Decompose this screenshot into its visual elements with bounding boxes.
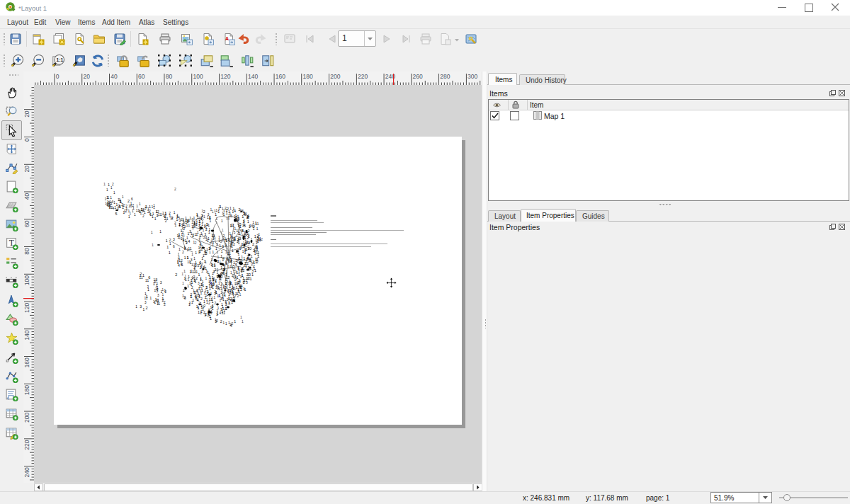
svg-text:1: 1 [219,260,221,264]
svg-text:1: 1 [218,239,220,243]
svg-text:1: 1 [225,243,227,247]
svg-text:1: 1 [234,319,236,323]
svg-text:1: 1 [256,227,259,231]
svg-text:3: 3 [205,251,208,256]
svg-text:2: 2 [200,297,203,301]
svg-text:1: 1 [113,191,115,195]
svg-text:1: 1 [198,306,200,310]
svg-text:1: 1 [234,236,236,241]
svg-text:2: 2 [192,233,194,237]
svg-text:1: 1 [176,217,178,222]
svg-text:1: 1 [187,220,189,224]
svg-text:1: 1 [149,205,151,209]
svg-text:1: 1 [190,246,192,251]
svg-text:1: 1 [242,319,244,323]
svg-text:1: 1 [153,204,155,207]
svg-text:4: 4 [221,288,223,292]
svg-text:4: 4 [220,273,222,277]
svg-text:2: 2 [125,209,128,213]
svg-text:1: 1 [218,294,220,298]
svg-text:5: 5 [244,224,246,228]
svg-text:1: 1 [122,205,124,210]
svg-text:1: 1 [187,284,189,288]
svg-text:1: 1 [222,258,224,262]
svg-text:1: 1 [209,251,211,254]
svg-text:3: 3 [155,277,157,282]
svg-text:5: 5 [186,240,188,244]
svg-text:1: 1 [140,274,142,277]
svg-text:1: 1 [221,302,223,307]
svg-text:2: 2 [246,273,249,277]
svg-text:2: 2 [239,259,242,263]
svg-text:3: 3 [225,273,227,277]
svg-text:2: 2 [164,302,166,307]
svg-text:2: 2 [128,199,130,203]
svg-text:3: 3 [198,282,200,285]
svg-text:1: 1 [192,298,194,302]
svg-text:2: 2 [256,260,259,264]
svg-text:5: 5 [225,300,227,304]
svg-text:2: 2 [233,242,235,246]
svg-text:2: 2 [183,288,185,292]
svg-text:1: 1 [233,260,235,265]
svg-text:12: 12 [178,258,183,263]
svg-text:1: 1 [212,210,214,214]
svg-text:1: 1 [212,243,214,247]
svg-text:1: 1 [200,276,202,280]
svg-text:2: 2 [200,265,202,270]
svg-text:1: 1 [227,256,229,260]
svg-text:2: 2 [194,291,196,294]
svg-text:2: 2 [210,311,212,315]
svg-text:2: 2 [239,245,242,249]
svg-text:2: 2 [242,267,244,270]
svg-text:1: 1 [199,248,201,252]
svg-text:2: 2 [224,290,226,294]
svg-text:1: 1 [237,266,239,270]
svg-text:1: 1 [243,287,245,291]
svg-text:4: 4 [230,323,232,328]
svg-text:1: 1 [238,232,240,236]
svg-text:1: 1 [118,204,120,208]
svg-text:1: 1 [134,213,136,217]
svg-text:1: 1 [135,305,137,309]
svg-text:1: 1 [176,213,178,217]
svg-text:1: 1 [215,217,217,221]
svg-text:2: 2 [232,273,234,277]
svg-text:2: 2 [205,228,208,231]
svg-text:1: 1 [143,308,145,311]
svg-text:2: 2 [222,295,224,299]
svg-text:1: 1 [188,247,191,251]
svg-text:1: 1 [201,233,203,237]
svg-text:5: 5 [233,264,235,268]
svg-text:11: 11 [186,223,191,227]
svg-text:1: 1 [200,260,202,265]
svg-text:2: 2 [203,210,205,214]
svg-text:1: 1 [215,212,217,217]
svg-text:6: 6 [131,197,133,201]
svg-text:3: 3 [257,236,259,241]
svg-text:1: 1 [239,292,242,297]
svg-text:2: 2 [193,275,196,279]
svg-text:1: 1 [174,224,176,227]
svg-text:3: 3 [157,294,159,297]
svg-text:1: 1 [166,239,168,243]
svg-text:2: 2 [227,275,230,280]
svg-text:2: 2 [142,214,144,218]
svg-text:1: 1 [231,242,233,246]
svg-text:1: 1 [250,260,252,264]
svg-text:1: 1 [219,277,221,281]
svg-text:1: 1 [254,234,256,239]
svg-text:1: 1 [212,285,214,290]
svg-text:4: 4 [196,298,198,302]
svg-text:1: 1 [232,287,234,290]
svg-text:2: 2 [182,250,184,254]
svg-text:1: 1 [203,300,205,304]
svg-text:3: 3 [181,223,183,227]
svg-text:1: 1 [103,182,106,186]
svg-text:11: 11 [226,216,230,220]
svg-text:1: 1 [225,262,227,265]
svg-text:2: 2 [169,238,171,242]
svg-text:1: 1 [237,287,239,292]
svg-text:1: 1 [182,281,184,285]
svg-text:16: 16 [239,209,244,213]
